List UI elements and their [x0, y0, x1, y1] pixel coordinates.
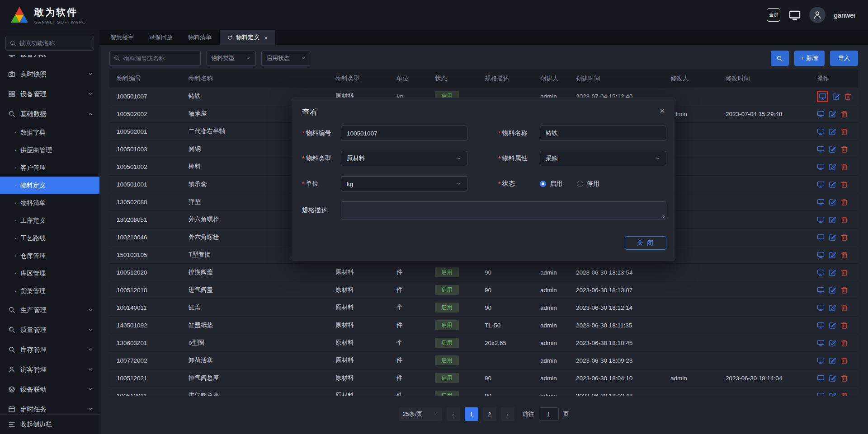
- delete-button[interactable]: [840, 322, 848, 329]
- add-button[interactable]: + 新增: [794, 51, 825, 66]
- sidebar-item-storage-area-management[interactable]: 库区管理: [0, 265, 99, 282]
- modal-material-type-select[interactable]: 原材料: [341, 151, 467, 166]
- tab-material-definition[interactable]: 物料定义×: [220, 30, 275, 45]
- delete-button[interactable]: [840, 251, 848, 259]
- delete-button[interactable]: [840, 374, 848, 382]
- sidebar-item-process-definition[interactable]: 工序定义: [0, 212, 99, 229]
- sidebar-item-device-linkage[interactable]: 设备联动: [0, 379, 99, 399]
- sidebar-item-production-management[interactable]: 生产管理: [0, 300, 99, 320]
- delete-button[interactable]: [844, 93, 852, 100]
- delete-button[interactable]: [840, 181, 848, 188]
- filter-material-type-select[interactable]: 物料类型: [206, 51, 256, 66]
- delete-button[interactable]: [840, 339, 848, 347]
- delete-button[interactable]: [840, 110, 848, 118]
- view-button[interactable]: [819, 93, 826, 100]
- view-button[interactable]: [817, 128, 825, 135]
- delete-button[interactable]: [840, 163, 848, 171]
- material-name-input[interactable]: [540, 126, 666, 141]
- sidebar-item-material-definition[interactable]: 物料定义: [0, 177, 99, 194]
- delete-button[interactable]: [840, 233, 848, 241]
- modal-close-icon[interactable]: ×: [660, 106, 665, 115]
- sidebar-item-device-management[interactable]: 设备管理: [0, 84, 99, 104]
- page-button-2[interactable]: 2: [483, 407, 496, 421]
- view-button[interactable]: [817, 110, 825, 118]
- sidebar-item-realtime-snapshot[interactable]: 实时快照: [0, 64, 99, 84]
- tab-smart-building[interactable]: 智慧楼宇: [103, 30, 141, 45]
- prev-page-button[interactable]: ‹: [447, 407, 460, 421]
- delete-button[interactable]: [840, 392, 848, 396]
- modal-material-attr-select[interactable]: 采购: [540, 151, 666, 166]
- avatar[interactable]: [809, 7, 826, 23]
- sidebar-item-supplier-management[interactable]: 供应商管理: [0, 141, 99, 159]
- edit-button[interactable]: [832, 93, 840, 100]
- import-button[interactable]: 导入: [830, 51, 858, 66]
- delete-button[interactable]: [840, 304, 848, 312]
- view-button[interactable]: [817, 392, 825, 396]
- material-code-input[interactable]: [341, 126, 467, 141]
- radio-enabled[interactable]: 启用: [540, 180, 562, 188]
- edit-button[interactable]: [829, 339, 836, 347]
- view-button[interactable]: [817, 286, 825, 294]
- view-button[interactable]: [817, 269, 825, 276]
- sidebar-item-inventory-management[interactable]: 库存管理: [0, 340, 99, 359]
- sidebar-item-basic-data[interactable]: 基础数据: [0, 104, 99, 124]
- edit-button[interactable]: [829, 357, 836, 364]
- sidebar-item-quality-management[interactable]: 质量管理: [0, 320, 99, 340]
- view-button[interactable]: [817, 198, 825, 206]
- filter-enable-status-select[interactable]: 启用状态: [261, 51, 311, 66]
- delete-button[interactable]: [840, 128, 848, 135]
- view-button[interactable]: [817, 357, 825, 364]
- view-button[interactable]: [817, 233, 825, 241]
- view-button[interactable]: [817, 145, 825, 153]
- delete-button[interactable]: [840, 198, 848, 206]
- edit-button[interactable]: [829, 304, 836, 312]
- page-button-1[interactable]: 1: [465, 407, 478, 421]
- next-page-button[interactable]: ›: [501, 407, 514, 421]
- view-button[interactable]: [817, 339, 825, 347]
- delete-button[interactable]: [840, 216, 848, 224]
- modal-close-button[interactable]: 关 闭: [625, 236, 666, 250]
- edit-button[interactable]: [829, 374, 836, 382]
- view-button[interactable]: [817, 251, 825, 259]
- page-size-select[interactable]: 25条/页: [399, 407, 442, 421]
- modal-unit-select[interactable]: kg: [341, 176, 467, 191]
- edit-button[interactable]: [829, 216, 836, 224]
- delete-button[interactable]: [840, 357, 848, 364]
- edit-button[interactable]: [829, 322, 836, 329]
- delete-button[interactable]: [840, 145, 848, 153]
- spec-textarea[interactable]: [341, 201, 666, 219]
- collapse-sidebar-button[interactable]: 收起侧边栏: [0, 414, 99, 434]
- radio-disabled[interactable]: 停用: [577, 180, 599, 188]
- search-button[interactable]: [771, 51, 789, 66]
- edit-button[interactable]: [829, 251, 836, 259]
- sidebar-item-device-list[interactable]: 设备列表: [0, 55, 99, 64]
- edit-button[interactable]: [829, 233, 836, 241]
- edit-button[interactable]: [829, 163, 836, 171]
- tab-close-icon[interactable]: ×: [264, 34, 268, 41]
- sidebar-item-material-bom[interactable]: 物料清单: [0, 194, 99, 212]
- sidebar-item-process-route[interactable]: 工艺路线: [0, 229, 99, 247]
- sidebar-item-warehouse-management[interactable]: 仓库管理: [0, 247, 99, 265]
- sidebar-item-data-dictionary[interactable]: 数据字典: [0, 124, 99, 141]
- edit-button[interactable]: [829, 110, 836, 118]
- edit-button[interactable]: [829, 269, 836, 276]
- delete-button[interactable]: [840, 269, 848, 276]
- edit-button[interactable]: [829, 145, 836, 153]
- view-button[interactable]: [817, 304, 825, 312]
- delete-button[interactable]: [840, 286, 848, 294]
- view-button[interactable]: [817, 216, 825, 224]
- view-button[interactable]: [817, 181, 825, 188]
- edit-button[interactable]: [829, 286, 836, 294]
- edit-button[interactable]: [829, 181, 836, 188]
- fullscreen-button[interactable]: 全屏: [767, 8, 780, 22]
- tab-material-bom[interactable]: 物料清单: [181, 30, 219, 45]
- view-button[interactable]: [817, 163, 825, 171]
- view-button[interactable]: [817, 374, 825, 382]
- view-button[interactable]: [817, 322, 825, 329]
- sidebar-item-visitor-management[interactable]: 访客管理: [0, 359, 99, 379]
- sidebar-item-shelf-management[interactable]: 货架管理: [0, 282, 99, 300]
- screen-cast-icon[interactable]: [788, 9, 801, 21]
- tab-video-playback[interactable]: 录像回放: [142, 30, 180, 45]
- edit-button[interactable]: [829, 198, 836, 206]
- edit-button[interactable]: [829, 128, 836, 135]
